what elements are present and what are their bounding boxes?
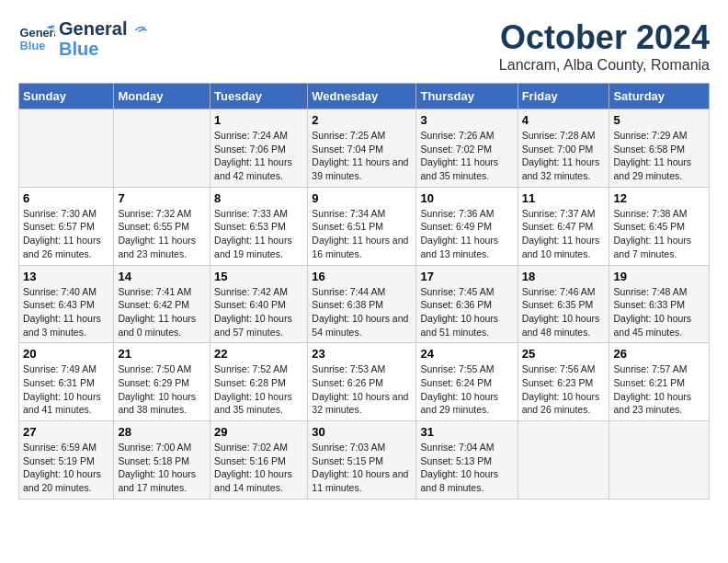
day-info: Sunrise: 7:00 AM Sunset: 5:18 PM Dayligh…	[118, 441, 206, 495]
day-number: 9	[312, 191, 412, 205]
logo: General Blue General Blue	[18, 18, 151, 59]
day-number: 25	[522, 347, 606, 361]
calendar-cell: 25Sunrise: 7:56 AM Sunset: 6:23 PM Dayli…	[518, 343, 609, 421]
day-number: 12	[613, 191, 705, 205]
day-number: 16	[312, 270, 412, 283]
day-header-sunday: Sunday	[19, 84, 114, 109]
day-info: Sunrise: 7:46 AM Sunset: 6:35 PM Dayligh…	[522, 285, 606, 339]
month-title: October 2024	[499, 18, 710, 57]
day-info: Sunrise: 7:49 AM Sunset: 6:31 PM Dayligh…	[23, 362, 109, 417]
week-row-1: 1Sunrise: 7:24 AM Sunset: 7:06 PM Daylig…	[19, 109, 710, 188]
day-info: Sunrise: 7:41 AM Sunset: 6:42 PM Dayligh…	[118, 285, 206, 339]
calendar-cell: 21Sunrise: 7:50 AM Sunset: 6:29 PM Dayli…	[114, 343, 210, 421]
day-info: Sunrise: 7:55 AM Sunset: 6:24 PM Dayligh…	[420, 362, 513, 417]
day-info: Sunrise: 7:42 AM Sunset: 6:40 PM Dayligh…	[214, 285, 303, 339]
day-number: 28	[118, 425, 206, 439]
day-number: 7	[118, 191, 206, 205]
day-number: 1	[214, 113, 303, 127]
calendar-cell: 20Sunrise: 7:49 AM Sunset: 6:31 PM Dayli…	[19, 343, 114, 421]
calendar-cell: 27Sunrise: 6:59 AM Sunset: 5:19 PM Dayli…	[19, 421, 114, 500]
day-number: 27	[23, 425, 109, 439]
day-number: 11	[522, 191, 606, 205]
calendar-cell: 10Sunrise: 7:36 AM Sunset: 6:49 PM Dayli…	[416, 187, 518, 265]
day-number: 29	[214, 425, 303, 439]
calendar-cell	[114, 109, 210, 188]
calendar-cell: 17Sunrise: 7:45 AM Sunset: 6:36 PM Dayli…	[416, 265, 518, 343]
calendar-cell: 8Sunrise: 7:33 AM Sunset: 6:53 PM Daylig…	[210, 187, 308, 265]
day-info: Sunrise: 7:02 AM Sunset: 5:16 PM Dayligh…	[214, 441, 303, 495]
day-info: Sunrise: 7:03 AM Sunset: 5:15 PM Dayligh…	[312, 441, 412, 495]
title-area: October 2024 Lancram, Alba County, Roman…	[499, 18, 710, 74]
day-number: 3	[420, 113, 513, 127]
location: Lancram, Alba County, Romania	[499, 57, 710, 74]
day-info: Sunrise: 7:53 AM Sunset: 6:26 PM Dayligh…	[312, 362, 412, 417]
day-info: Sunrise: 7:36 AM Sunset: 6:49 PM Dayligh…	[420, 207, 513, 261]
day-number: 8	[214, 191, 303, 205]
calendar-cell: 30Sunrise: 7:03 AM Sunset: 5:15 PM Dayli…	[308, 421, 416, 500]
day-number: 6	[23, 191, 109, 205]
calendar-cell: 24Sunrise: 7:55 AM Sunset: 6:24 PM Dayli…	[416, 343, 518, 421]
page-header: General Blue General Blue October 2024 L…	[18, 18, 710, 74]
week-row-3: 13Sunrise: 7:40 AM Sunset: 6:43 PM Dayli…	[19, 265, 710, 343]
day-info: Sunrise: 7:50 AM Sunset: 6:29 PM Dayligh…	[118, 362, 206, 417]
day-number: 31	[420, 425, 513, 439]
day-number: 5	[613, 113, 705, 127]
day-number: 13	[23, 270, 109, 283]
day-number: 2	[312, 113, 412, 127]
calendar-cell: 3Sunrise: 7:26 AM Sunset: 7:02 PM Daylig…	[416, 109, 518, 188]
calendar-cell: 12Sunrise: 7:38 AM Sunset: 6:45 PM Dayli…	[609, 187, 710, 265]
day-number: 14	[118, 270, 206, 283]
calendar-cell: 16Sunrise: 7:44 AM Sunset: 6:38 PM Dayli…	[308, 265, 416, 343]
day-info: Sunrise: 7:24 AM Sunset: 7:06 PM Dayligh…	[214, 129, 303, 183]
day-number: 17	[420, 270, 513, 283]
week-row-2: 6Sunrise: 7:30 AM Sunset: 6:57 PM Daylig…	[19, 187, 710, 265]
day-info: Sunrise: 7:56 AM Sunset: 6:23 PM Dayligh…	[522, 362, 606, 417]
day-info: Sunrise: 7:52 AM Sunset: 6:28 PM Dayligh…	[214, 362, 303, 417]
day-number: 20	[23, 347, 109, 361]
day-info: Sunrise: 7:45 AM Sunset: 6:36 PM Dayligh…	[420, 285, 513, 339]
day-number: 22	[214, 347, 303, 361]
day-info: Sunrise: 7:04 AM Sunset: 5:13 PM Dayligh…	[420, 441, 513, 495]
calendar-cell: 22Sunrise: 7:52 AM Sunset: 6:28 PM Dayli…	[210, 343, 308, 421]
calendar-cell: 6Sunrise: 7:30 AM Sunset: 6:57 PM Daylig…	[19, 187, 114, 265]
calendar-cell: 4Sunrise: 7:28 AM Sunset: 7:00 PM Daylig…	[518, 109, 609, 188]
logo-blue-text: Blue	[59, 39, 151, 59]
calendar-cell: 13Sunrise: 7:40 AM Sunset: 6:43 PM Dayli…	[19, 265, 114, 343]
logo-general-text: General	[59, 18, 151, 39]
day-number: 10	[420, 191, 513, 205]
day-header-tuesday: Tuesday	[210, 84, 308, 109]
calendar-cell: 19Sunrise: 7:48 AM Sunset: 6:33 PM Dayli…	[609, 265, 710, 343]
calendar-cell: 1Sunrise: 7:24 AM Sunset: 7:06 PM Daylig…	[210, 109, 308, 188]
day-number: 23	[312, 347, 412, 361]
day-info: Sunrise: 7:29 AM Sunset: 6:58 PM Dayligh…	[613, 129, 705, 183]
calendar-cell: 2Sunrise: 7:25 AM Sunset: 7:04 PM Daylig…	[308, 109, 416, 188]
calendar-header-row: SundayMondayTuesdayWednesdayThursdayFrid…	[19, 84, 710, 109]
calendar-cell	[19, 109, 114, 188]
calendar-cell: 26Sunrise: 7:57 AM Sunset: 6:21 PM Dayli…	[609, 343, 710, 421]
day-info: Sunrise: 7:25 AM Sunset: 7:04 PM Dayligh…	[312, 129, 412, 183]
day-number: 19	[613, 270, 705, 283]
day-info: Sunrise: 7:48 AM Sunset: 6:33 PM Dayligh…	[613, 285, 705, 339]
day-info: Sunrise: 7:57 AM Sunset: 6:21 PM Dayligh…	[613, 362, 705, 417]
day-info: Sunrise: 7:37 AM Sunset: 6:47 PM Dayligh…	[522, 207, 606, 261]
day-info: Sunrise: 7:33 AM Sunset: 6:53 PM Dayligh…	[214, 207, 303, 261]
calendar-cell	[518, 421, 609, 500]
day-header-monday: Monday	[114, 84, 210, 109]
day-header-saturday: Saturday	[609, 84, 710, 109]
day-header-thursday: Thursday	[416, 84, 518, 109]
day-number: 4	[522, 113, 606, 127]
day-info: Sunrise: 7:38 AM Sunset: 6:45 PM Dayligh…	[613, 207, 705, 261]
day-info: Sunrise: 7:26 AM Sunset: 7:02 PM Dayligh…	[420, 129, 513, 183]
calendar-cell: 31Sunrise: 7:04 AM Sunset: 5:13 PM Dayli…	[416, 421, 518, 500]
calendar-cell: 18Sunrise: 7:46 AM Sunset: 6:35 PM Dayli…	[518, 265, 609, 343]
calendar-table: SundayMondayTuesdayWednesdayThursdayFrid…	[18, 83, 710, 500]
day-number: 30	[312, 425, 412, 439]
day-info: Sunrise: 7:32 AM Sunset: 6:55 PM Dayligh…	[118, 207, 206, 261]
svg-text:Blue: Blue	[20, 39, 46, 52]
day-info: Sunrise: 7:40 AM Sunset: 6:43 PM Dayligh…	[23, 285, 109, 339]
calendar-cell: 15Sunrise: 7:42 AM Sunset: 6:40 PM Dayli…	[210, 265, 308, 343]
day-info: Sunrise: 7:44 AM Sunset: 6:38 PM Dayligh…	[312, 285, 412, 339]
day-number: 24	[420, 347, 513, 361]
calendar-cell: 7Sunrise: 7:32 AM Sunset: 6:55 PM Daylig…	[114, 187, 210, 265]
day-info: Sunrise: 7:30 AM Sunset: 6:57 PM Dayligh…	[23, 207, 109, 261]
